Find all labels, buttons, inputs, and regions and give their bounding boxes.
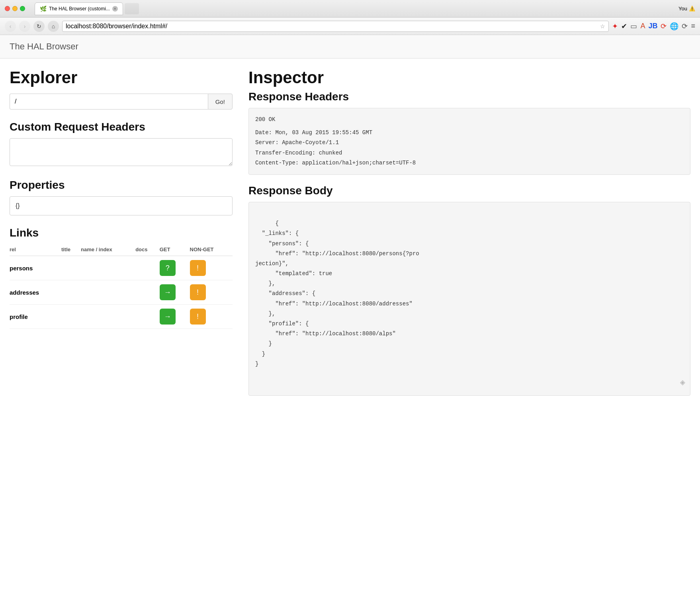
get-persons: ? <box>160 256 190 280</box>
col-docs: docs <box>135 244 160 256</box>
name-addresses <box>81 280 135 305</box>
forward-button[interactable]: › <box>19 21 30 32</box>
close-button[interactable] <box>5 6 10 11</box>
user-indicator: You ⚠️ <box>678 6 695 12</box>
properties-box: {} <box>10 196 233 215</box>
tab-title: The HAL Browser (customi... <box>49 6 110 12</box>
extension-icon-4[interactable]: JB <box>648 22 657 30</box>
explorer-panel: Explorer Go! Custom Request Headers Prop… <box>10 68 233 396</box>
properties-value: {} <box>16 202 20 209</box>
name-persons <box>81 256 135 280</box>
back-button[interactable]: ‹ <box>5 21 16 32</box>
inspector-panel: Inspector Response Headers 200 OK Date: … <box>248 68 690 396</box>
non-get-persons-button[interactable]: ! <box>190 260 206 276</box>
table-row: persons ? ! <box>10 256 233 280</box>
get-addresses-button[interactable]: → <box>160 284 176 300</box>
docs-persons <box>135 256 160 280</box>
get-profile-button[interactable]: → <box>160 309 176 325</box>
address-bar[interactable]: localhost:8080/browser/index.html#/ ☆ <box>62 21 609 32</box>
non-get-addresses: ! <box>190 280 233 305</box>
docs-profile <box>135 305 160 329</box>
response-headers-box: 200 OK Date: Mon, 03 Aug 2015 19:55:45 G… <box>248 108 690 175</box>
explorer-title: Explorer <box>10 68 233 87</box>
col-title: title <box>61 244 81 256</box>
rel-addresses: addresses <box>10 280 61 305</box>
rel-profile: profile <box>10 305 61 329</box>
fullscreen-button[interactable] <box>20 6 25 11</box>
response-header-server: Server: Apache-Coyote/1.1 <box>255 138 684 148</box>
response-body-content: { "_links": { "persons": { "href": "http… <box>255 220 419 367</box>
url-input[interactable] <box>10 94 208 110</box>
links-table: rel title name / index docs GET NON-GET … <box>10 244 233 329</box>
tab-favicon-icon: 🌿 <box>40 6 47 12</box>
user-warning-icon: ⚠️ <box>689 6 695 12</box>
go-button[interactable]: Go! <box>208 94 233 110</box>
non-get-profile: ! <box>190 305 233 329</box>
title-bar: 🌿 The HAL Browser (customi... ✕ You ⚠️ <box>0 0 700 18</box>
minimize-button[interactable] <box>12 6 18 11</box>
response-body-box: { "_links": { "persons": { "href": "http… <box>248 202 690 396</box>
app-title: The HAL Browser <box>10 41 78 51</box>
response-header-transfer: Transfer-Encoding: chunked <box>255 148 684 158</box>
title-addresses <box>61 280 81 305</box>
response-headers-title: Response Headers <box>248 90 690 103</box>
extension-icon-3[interactable]: A <box>640 22 645 30</box>
response-status: 200 OK <box>255 115 684 125</box>
browser-toolbar: ‹ › ↻ ⌂ localhost:8080/browser/index.htm… <box>0 18 700 35</box>
custom-headers-title: Custom Request Headers <box>10 121 233 133</box>
col-non-get: NON-GET <box>190 244 233 256</box>
custom-headers-input[interactable] <box>10 138 233 166</box>
get-persons-button[interactable]: ? <box>160 260 176 276</box>
reload-button[interactable]: ↻ <box>33 21 45 32</box>
response-body-title: Response Body <box>248 184 690 197</box>
traffic-lights <box>5 6 25 11</box>
url-row: Go! <box>10 94 233 110</box>
title-profile <box>61 305 81 329</box>
main-content: Explorer Go! Custom Request Headers Prop… <box>0 59 700 405</box>
non-get-persons: ! <box>190 256 233 280</box>
col-name-index: name / index <box>81 244 135 256</box>
links-table-header-row: rel title name / index docs GET NON-GET <box>10 244 233 256</box>
feather-icon: ◈ <box>680 375 685 391</box>
cast-icon[interactable]: ▭ <box>630 22 637 31</box>
properties-title: Properties <box>10 179 233 192</box>
toolbar-extensions: ✦ ✔ ▭ A JB ⟳ 🌐 ⟳ ≡ <box>612 22 695 31</box>
col-get: GET <box>160 244 190 256</box>
user-label: You <box>678 6 687 12</box>
home-button[interactable]: ⌂ <box>48 21 59 32</box>
non-get-addresses-button[interactable]: ! <box>190 284 206 300</box>
active-tab[interactable]: 🌿 The HAL Browser (customi... ✕ <box>35 2 123 15</box>
response-header-date: Date: Mon, 03 Aug 2015 19:55:45 GMT <box>255 128 684 138</box>
bookmark-icon[interactable]: ☆ <box>600 23 605 29</box>
name-profile <box>81 305 135 329</box>
get-addresses: → <box>160 280 190 305</box>
response-header-content-type: Content-Type: application/hal+json;chars… <box>255 158 684 168</box>
links-title: Links <box>10 227 233 239</box>
non-get-profile-button[interactable]: ! <box>190 309 206 325</box>
table-row: addresses → ! <box>10 280 233 305</box>
extension-icon-7[interactable]: ⟳ <box>682 22 688 31</box>
app-header: The HAL Browser <box>0 35 700 59</box>
inspector-title: Inspector <box>248 68 690 87</box>
extension-icon-1[interactable]: ✦ <box>612 22 618 31</box>
tab-close-button[interactable]: ✕ <box>112 6 118 12</box>
menu-icon[interactable]: ≡ <box>691 22 695 30</box>
table-row: profile → ! <box>10 305 233 329</box>
extension-icon-6[interactable]: 🌐 <box>670 22 678 31</box>
address-bar-url: localhost:8080/browser/index.html#/ <box>66 23 167 30</box>
new-tab-ghost <box>125 3 139 14</box>
title-persons <box>61 256 81 280</box>
col-rel: rel <box>10 244 61 256</box>
get-profile: → <box>160 305 190 329</box>
extension-icon-5[interactable]: ⟳ <box>661 22 667 31</box>
tab-bar: 🌿 The HAL Browser (customi... ✕ <box>35 2 139 15</box>
rel-persons: persons <box>10 256 61 280</box>
extension-icon-2[interactable]: ✔ <box>621 22 627 31</box>
docs-addresses <box>135 280 160 305</box>
